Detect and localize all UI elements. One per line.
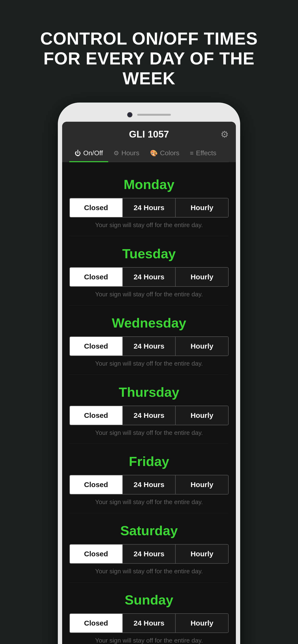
time-selector-tuesday: Closed24 HoursHourly [69, 267, 229, 287]
time-option-saturday-closed[interactable]: Closed [70, 544, 123, 563]
time-option-thursday-hourly[interactable]: Hourly [176, 406, 228, 425]
tab-hours-label: Hours [121, 149, 139, 157]
tab-colors[interactable]: 🎨 Colors [145, 144, 185, 162]
time-option-monday-24hours[interactable]: 24 Hours [123, 198, 176, 217]
time-option-sunday-closed[interactable]: Closed [70, 614, 123, 632]
time-option-tuesday-24hours[interactable]: 24 Hours [123, 268, 176, 286]
day-section-wednesday: WednesdayClosed24 HoursHourlyYour sign w… [69, 306, 229, 375]
day-name-monday: Monday [69, 176, 229, 192]
tab-onoff-label: On/Off [83, 149, 103, 157]
tab-hours[interactable]: ⚙ Hours [108, 144, 145, 162]
hours-icon: ⚙ [113, 150, 119, 157]
phone-speaker [137, 114, 171, 116]
time-option-friday-hourly[interactable]: Hourly [176, 475, 228, 494]
day-description-thursday: Your sign will stay off for the entire d… [69, 429, 229, 436]
day-section-saturday: SaturdayClosed24 HoursHourlyYour sign wi… [69, 513, 229, 582]
time-option-thursday-24hours[interactable]: 24 Hours [123, 406, 176, 425]
time-option-monday-hourly[interactable]: Hourly [176, 198, 228, 217]
day-description-tuesday: Your sign will stay off for the entire d… [69, 290, 229, 298]
day-section-monday: MondayClosed24 HoursHourlyYour sign will… [69, 167, 229, 236]
app-title: GLI 1057 [129, 129, 169, 140]
effects-icon: ≡ [190, 150, 194, 157]
time-option-sunday-hourly[interactable]: Hourly [176, 614, 228, 632]
day-section-thursday: ThursdayClosed24 HoursHourlyYour sign wi… [69, 375, 229, 444]
day-name-sunday: Sunday [69, 592, 229, 608]
day-section-sunday: SundayClosed24 HoursHourlyYour sign will… [69, 582, 229, 644]
day-description-sunday: Your sign will stay off for the entire d… [69, 637, 229, 644]
day-name-thursday: Thursday [69, 384, 229, 400]
time-option-saturday-24hours[interactable]: 24 Hours [123, 544, 176, 563]
time-option-monday-closed[interactable]: Closed [70, 198, 123, 217]
day-name-tuesday: Tuesday [69, 246, 229, 262]
tab-effects-label: Effects [196, 149, 216, 157]
time-option-friday-24hours[interactable]: 24 Hours [123, 475, 176, 494]
time-option-wednesday-24hours[interactable]: 24 Hours [123, 337, 176, 356]
page-background: CONTROL ON/OFF TIMES FOR EVERY DAY OF TH… [0, 0, 298, 644]
time-option-sunday-24hours[interactable]: 24 Hours [123, 614, 176, 632]
time-option-saturday-hourly[interactable]: Hourly [176, 544, 228, 563]
phone-top-bar [62, 110, 236, 122]
time-selector-wednesday: Closed24 HoursHourly [69, 336, 229, 356]
day-description-wednesday: Your sign will stay off for the entire d… [69, 360, 229, 367]
time-selector-sunday: Closed24 HoursHourly [69, 613, 229, 633]
time-selector-monday: Closed24 HoursHourly [69, 198, 229, 218]
time-option-tuesday-closed[interactable]: Closed [70, 268, 123, 286]
app-content: MondayClosed24 HoursHourlyYour sign will… [62, 162, 236, 644]
time-option-friday-closed[interactable]: Closed [70, 475, 123, 494]
tab-onoff[interactable]: ⏻ On/Off [69, 144, 108, 162]
time-selector-saturday: Closed24 HoursHourly [69, 544, 229, 564]
tab-colors-label: Colors [160, 149, 180, 157]
time-selector-thursday: Closed24 HoursHourly [69, 406, 229, 425]
phone-camera [127, 112, 132, 118]
day-description-friday: Your sign will stay off for the entire d… [69, 498, 229, 506]
time-selector-friday: Closed24 HoursHourly [69, 475, 229, 494]
app-title-row: GLI 1057 ⚙ [69, 129, 229, 144]
onoff-icon: ⏻ [75, 150, 81, 157]
tab-effects[interactable]: ≡ Effects [185, 144, 222, 162]
time-option-wednesday-closed[interactable]: Closed [70, 337, 123, 356]
day-section-tuesday: TuesdayClosed24 HoursHourlyYour sign wil… [69, 236, 229, 306]
time-option-thursday-closed[interactable]: Closed [70, 406, 123, 425]
day-name-wednesday: Wednesday [69, 315, 229, 330]
phone-screen: GLI 1057 ⚙ ⏻ On/Off ⚙ Hours 🎨 Colors [62, 122, 236, 644]
time-option-tuesday-hourly[interactable]: Hourly [176, 268, 228, 286]
phone-frame: GLI 1057 ⚙ ⏻ On/Off ⚙ Hours 🎨 Colors [58, 102, 240, 644]
app-header: GLI 1057 ⚙ ⏻ On/Off ⚙ Hours 🎨 Colors [62, 122, 236, 162]
day-description-saturday: Your sign will stay off for the entire d… [69, 568, 229, 575]
time-option-wednesday-hourly[interactable]: Hourly [176, 337, 228, 356]
day-name-friday: Friday [69, 454, 229, 469]
colors-icon: 🎨 [150, 150, 158, 157]
settings-icon[interactable]: ⚙ [221, 129, 229, 140]
day-name-saturday: Saturday [69, 523, 229, 538]
nav-tabs: ⏻ On/Off ⚙ Hours 🎨 Colors ≡ Effects [69, 144, 229, 162]
page-headline: CONTROL ON/OFF TIMES FOR EVERY DAY OF TH… [0, 0, 298, 102]
day-section-friday: FridayClosed24 HoursHourlyYour sign will… [69, 444, 229, 513]
day-description-monday: Your sign will stay off for the entire d… [69, 222, 229, 229]
